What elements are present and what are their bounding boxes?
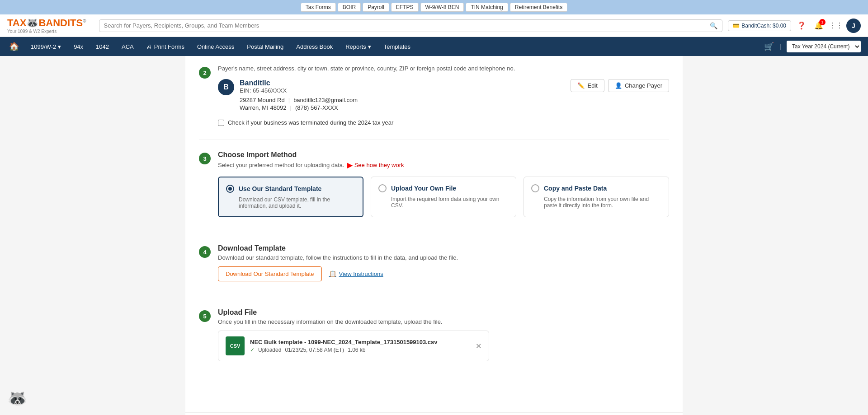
step5-content: Upload File Once you fill in the necessa… (218, 308, 669, 361)
topnav-w9[interactable]: W-9/W-8 BEN (420, 3, 464, 12)
file-status-row: ✓ Uploaded 01/23/25, 07:58 AM (ET) 1.06 … (250, 347, 470, 353)
bandit-cash-label: BanditCash: $0.00 (741, 23, 786, 29)
top-nav: Tax Forms BOIR Payroll EFTPS W-9/W-8 BEN… (0, 0, 868, 14)
step2-wrapper: 2 Payer's name, street address, city or … (199, 65, 669, 126)
nav-address[interactable]: Address Book (290, 38, 339, 56)
address-divider: | (288, 97, 290, 103)
payer-name: BanditIlc (240, 79, 358, 87)
step3-subtitle-text: Select your preferred method for uploadi… (218, 162, 344, 168)
tax-year-select[interactable]: Tax Year 2024 (Current) (787, 41, 861, 52)
step3-subtitle: Select your preferred method for uploadi… (218, 161, 669, 169)
header: TAX🦝BANDITS® Your 1099 & W2 Experts 🔍 💳 … (0, 14, 868, 37)
see-how-link[interactable]: ▶ See how they work (347, 161, 404, 169)
edit-payer-button[interactable]: ✏️ Edit (571, 79, 604, 92)
download-template-button[interactable]: Download Our Standard Template (218, 266, 322, 281)
step3-title: Choose Import Method (218, 151, 669, 159)
see-how-label: See how they work (354, 162, 404, 168)
search-icon: 🔍 (710, 22, 717, 29)
terminated-label: Check if your business was terminated du… (228, 119, 393, 126)
nav-templates-label: Templates (384, 43, 410, 50)
topnav-boir[interactable]: BOIR (338, 3, 361, 12)
method-paste-title: Copy and Paste Data (544, 185, 607, 192)
change-payer-button[interactable]: 👤 Change Payer (608, 79, 669, 92)
payer-details: BanditIlc EIN: 65-456XXXX 29287 Mound Rd… (240, 79, 358, 112)
method-paste-header: Copy and Paste Data (531, 184, 661, 192)
method-standard[interactable]: Use Our Standard Template Download our C… (218, 177, 363, 217)
topnav-retirement[interactable]: Retirement Benefits (510, 3, 567, 12)
method-standard-header: Use Our Standard Template (226, 185, 355, 193)
method-own[interactable]: Upload Your Own File Import the required… (371, 177, 516, 217)
home-button[interactable]: 🏠 (4, 37, 24, 56)
address-divider2: | (290, 104, 292, 111)
view-instructions-button[interactable]: 📋 View Instructions (329, 270, 383, 277)
youtube-icon: ▶ (347, 161, 353, 169)
step5-subtitle: Once you fill in the necessary informati… (218, 318, 669, 325)
method-standard-radio (226, 185, 234, 193)
cart-icon[interactable]: 🛒 (760, 38, 778, 55)
nav-online[interactable]: Online Access (191, 38, 241, 56)
nav-templates[interactable]: Templates (377, 38, 417, 56)
payer-address-line2: Warren, MI 48092 | (878) 567-XXXX (240, 104, 358, 111)
instructions-icon: 📋 (329, 270, 336, 277)
file-status-label: Uploaded (258, 347, 281, 353)
topnav-payroll[interactable]: Payroll (363, 3, 389, 12)
nav-1099[interactable]: 1099/W-2 ▾ (24, 38, 67, 56)
step5-wrapper: 5 Upload File Once you fill in the neces… (199, 308, 669, 375)
step3-badge: 3 (199, 153, 211, 164)
step4-badge: 4 (199, 246, 211, 258)
payer-phone: (878) 567-XXXX (295, 104, 338, 111)
search-input[interactable] (104, 22, 710, 29)
method-standard-title: Use Our Standard Template (239, 185, 321, 192)
help-button[interactable]: ❓ (795, 19, 808, 33)
step4-subtitle: Download our standard template, follow t… (218, 254, 669, 261)
main-content: 2 Payer's name, street address, city or … (185, 56, 683, 412)
remove-file-button[interactable]: ✕ (476, 342, 481, 350)
nav-aca[interactable]: ACA (115, 38, 140, 56)
payer-card: B BanditIlc EIN: 65-456XXXX 29287 Mound … (218, 79, 358, 112)
nav-94x[interactable]: 94x (67, 38, 90, 56)
nav-print[interactable]: 🖨 Print Forms (140, 38, 191, 56)
search-bar[interactable]: 🔍 (99, 19, 723, 32)
method-paste[interactable]: Copy and Paste Data Copy the information… (524, 177, 669, 217)
user-avatar[interactable]: J (846, 19, 861, 33)
step5-title: Upload File (218, 308, 669, 317)
payer-email: banditllc123@gmail.com (293, 97, 358, 103)
method-own-title: Upload Your Own File (391, 185, 456, 192)
payer-ein: EIN: 65-456XXXX (240, 87, 358, 94)
step3-wrapper: 3 Choose Import Method Select your prefe… (199, 151, 669, 231)
header-icons: 💳 BanditCash: $0.00 ❓ 🔔 1 ⋮⋮ J (728, 19, 861, 33)
method-cards: Use Our Standard Template Download our C… (218, 177, 669, 217)
nav-postal[interactable]: Postal Mailing (241, 38, 290, 56)
payer-address-line1: 29287 Mound Rd | banditllc123@gmail.com (240, 97, 358, 103)
topnav-tax-forms[interactable]: Tax Forms (301, 3, 336, 12)
terminated-checkbox[interactable] (218, 120, 224, 126)
topnav-eftps[interactable]: EFTPS (391, 3, 419, 12)
secondary-nav: 🏠 1099/W-2 ▾ 94x 1042 ACA 🖨 Print Forms … (0, 37, 868, 56)
file-size: 1.06 kb (348, 347, 365, 353)
step4-actions: Download Our Standard Template 📋 View In… (218, 266, 669, 281)
nav-reports[interactable]: Reports ▾ (339, 38, 377, 56)
notifications-button[interactable]: 🔔 1 (812, 19, 826, 33)
payer-avatar: B (218, 79, 234, 95)
bandit-cash-button[interactable]: 💳 BanditCash: $0.00 (728, 20, 791, 31)
change-payer-icon: 👤 (615, 82, 622, 89)
instructions-label: View Instructions (339, 270, 383, 277)
printer-icon: 🖨 (146, 43, 152, 50)
nav-print-label: Print Forms (154, 43, 184, 50)
method-own-desc: Import the required form data using your… (378, 196, 509, 209)
edit-label: Edit (587, 82, 597, 89)
nav-1042-label: 1042 (96, 43, 109, 50)
step4-content: Download Template Download our standard … (218, 244, 669, 281)
method-standard-desc: Download our CSV template, fill in the i… (226, 196, 355, 209)
file-info: NEC Bulk template - 1099-NEC_2024_Templa… (250, 339, 470, 353)
payer-street: 29287 Mound Rd (240, 97, 285, 103)
step5-badge: 5 (199, 310, 211, 322)
nav-1042[interactable]: 1042 (90, 38, 115, 56)
edit-icon: ✏️ (577, 82, 585, 89)
change-payer-label: Change Payer (625, 82, 662, 89)
topnav-tin[interactable]: TIN Matching (466, 3, 508, 12)
file-name: NEC Bulk template - 1099-NEC_2024_Templa… (250, 339, 470, 345)
method-paste-radio (531, 184, 539, 192)
apps-button[interactable]: ⋮⋮ (829, 19, 843, 33)
logo: TAX🦝BANDITS® Your 1099 & W2 Experts (7, 17, 86, 34)
